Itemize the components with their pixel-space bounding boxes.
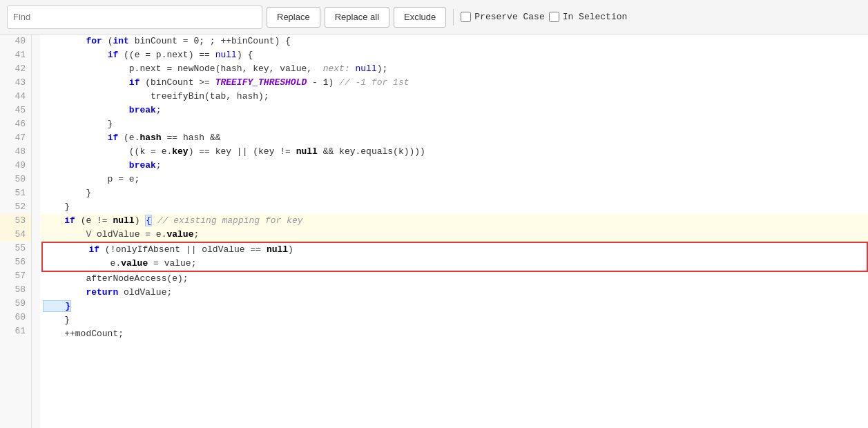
line-num-56: 56 [0,255,31,269]
preserve-case-text: Preserve Case [474,12,544,22]
line-num-49: 49 [0,159,31,173]
line-num-59: 59 [0,297,31,311]
table-row: } [40,200,868,214]
line-num-46: 46 [0,117,31,131]
table-row: if (e != null) { // existing mapping for… [40,214,868,228]
line-num-40: 40 [0,35,31,48]
code-line-58: return oldValue; [40,286,868,300]
in-selection-label[interactable]: In Selection [549,12,628,22]
table-row: return oldValue; [40,286,868,300]
code-line-59: } [40,300,868,313]
code-line-44: treeifyBin(tab, hash); [40,90,868,104]
table-row: if ((e = p.next) == null) { [40,48,868,62]
line-num-47: 47 [0,131,31,145]
table-row: for (int binCount = 0; ; ++binCount) { [40,35,868,48]
table-row: break; [40,159,868,173]
table-row: } [40,313,868,327]
line-num-43: 43 [0,76,31,90]
line-numbers: 40 41 42 43 44 45 46 47 48 49 50 51 52 5… [0,35,32,428]
preserve-case-label[interactable]: Preserve Case [461,12,544,22]
left-gutter [32,35,40,428]
preserve-case-checkbox[interactable] [461,12,471,22]
code-line-40: for (int binCount = 0; ; ++binCount) { [40,35,868,48]
code-line-52: } [40,200,868,214]
line-num-48: 48 [0,145,31,159]
in-selection-checkbox[interactable] [549,12,559,22]
line-num-51: 51 [0,186,31,200]
exclude-button[interactable]: Exclude [394,7,446,28]
code-line-43: if (binCount >= TREEIFY_THRESHOLD - 1) /… [40,76,868,90]
search-input[interactable] [7,6,262,29]
line-num-50: 50 [0,173,31,186]
line-num-60: 60 [0,311,31,324]
code-line-53: if (e != null) { // existing mapping for… [40,214,868,228]
table-row: if (binCount >= TREEIFY_THRESHOLD - 1) /… [40,76,868,90]
line-num-54: 54 [0,228,31,242]
table-row: } [40,117,868,131]
table-row: e.value = value; [41,257,868,272]
line-num-58: 58 [0,283,31,297]
replace-button[interactable]: Replace [267,7,320,28]
in-selection-text: In Selection [563,12,628,22]
table-row: afterNodeAccess(e); [40,272,868,286]
replace-all-button[interactable]: Replace all [325,7,389,28]
code-line-48: ((k = e.key) == key || (key != null && k… [40,145,868,159]
code-line-57: afterNodeAccess(e); [40,272,868,286]
table-row: } [40,300,868,313]
line-num-44: 44 [0,90,31,104]
code-line-60: } [40,313,868,327]
table-row: ((k = e.key) == key || (key != null && k… [40,145,868,159]
table-row: } [40,186,868,200]
table-row: if (e.hash == hash && [40,131,868,145]
code-line-50: p = e; [40,173,868,186]
toolbar-separator [453,9,454,26]
line-num-45: 45 [0,104,31,117]
table-row: p = e; [40,173,868,186]
code-line-46: } [40,117,868,131]
line-num-41: 41 [0,48,31,62]
code-line-51: } [40,186,868,200]
code-line-49: break; [40,159,868,173]
code-lines: for (int binCount = 0; ; ++binCount) { i… [40,35,868,341]
line-num-55: 55 [0,242,31,255]
code-line-45: break; [40,104,868,117]
code-content[interactable]: for (int binCount = 0; ; ++binCount) { i… [40,35,868,428]
code-area: 40 41 42 43 44 45 46 47 48 49 50 51 52 5… [0,35,868,428]
code-line-41: if ((e = p.next) == null) { [40,48,868,62]
code-line-54: V oldValue = e.value; [40,228,868,242]
line-num-57: 57 [0,269,31,283]
toolbar: Replace Replace all Exclude Preserve Cas… [0,0,868,35]
table-row: treeifyBin(tab, hash); [40,90,868,104]
table-row: break; [40,104,868,117]
code-line-47: if (e.hash == hash && [40,131,868,145]
code-line-56: e.value = value; [43,257,867,271]
table-row: if (!onlyIfAbsent || oldValue == null) [41,242,868,257]
table-row: p.next = newNode(hash, key, value, next:… [40,62,868,76]
line-num-52: 52 [0,200,31,214]
code-line-61: ++modCount; [40,327,868,341]
table-row: V oldValue = e.value; [40,228,868,242]
line-num-53: 53 [0,214,31,228]
line-num-42: 42 [0,62,31,76]
table-row: ++modCount; [40,327,868,341]
line-num-61: 61 [0,324,31,338]
code-line-42: p.next = newNode(hash, key, value, next:… [40,62,868,76]
code-line-55: if (!onlyIfAbsent || oldValue == null) [43,243,867,257]
